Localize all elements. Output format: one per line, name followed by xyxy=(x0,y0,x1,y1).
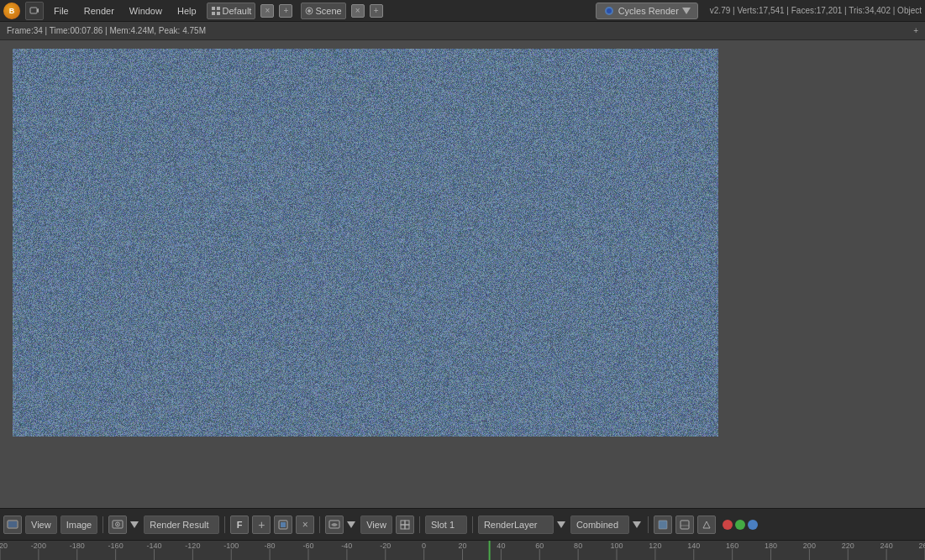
plus-icon: + xyxy=(374,6,379,15)
render-result-dropdown-icon xyxy=(130,521,139,528)
main-content xyxy=(0,40,925,508)
render-result-selector[interactable]: Render Result xyxy=(144,516,219,534)
info-bar: Frame:34 | Time:00:07.86 | Mem:4.24M, Pe… xyxy=(0,22,925,40)
layout-add-button[interactable]: + xyxy=(279,4,292,18)
svg-rect-16 xyxy=(281,522,286,527)
render-engine-selector[interactable]: Cycles Render xyxy=(596,3,698,19)
view-icon-button[interactable] xyxy=(325,516,344,534)
scene-label: Scene xyxy=(315,6,341,16)
combined-selector[interactable]: Combined xyxy=(570,516,629,534)
editor-type-icon-button[interactable] xyxy=(3,516,22,534)
menu-file[interactable]: File xyxy=(49,4,74,18)
render-canvas xyxy=(13,49,718,437)
bottom-bar: View Image Render Result F + × Vi xyxy=(0,508,925,540)
render-button[interactable] xyxy=(274,516,292,534)
timeline-bar xyxy=(0,540,925,560)
layout-close-button[interactable]: × xyxy=(260,4,274,18)
renderlayer-selector[interactable]: RenderLayer xyxy=(478,516,554,534)
svg-rect-24 xyxy=(681,521,689,529)
dropdown-icon xyxy=(682,8,691,14)
svg-rect-2 xyxy=(212,7,215,10)
zoom-fit-button[interactable] xyxy=(396,516,414,534)
close-icon: × xyxy=(302,519,308,531)
display-combined-button[interactable] xyxy=(654,516,672,534)
close-icon: × xyxy=(355,6,360,15)
top-menubar: B File Render Window Help Default × + Sc… xyxy=(0,0,925,22)
canvas-area xyxy=(0,40,740,508)
svg-rect-3 xyxy=(217,7,220,10)
display-rgb-icon xyxy=(680,520,690,530)
separator-1 xyxy=(102,516,103,533)
f-label: F xyxy=(237,520,243,530)
image-menu-button[interactable]: Image xyxy=(60,516,98,534)
display-alpha-icon xyxy=(702,520,712,530)
separator-4 xyxy=(419,516,420,533)
editor-type-button[interactable] xyxy=(25,2,44,20)
camera-icon xyxy=(29,6,39,16)
menu-help[interactable]: Help xyxy=(172,4,202,18)
display-alpha-button[interactable] xyxy=(697,516,716,534)
close-icon: × xyxy=(265,6,271,15)
svg-rect-5 xyxy=(217,12,220,15)
status-dot-red[interactable] xyxy=(723,520,733,530)
svg-rect-4 xyxy=(212,12,215,15)
svg-rect-22 xyxy=(659,521,667,529)
slot-selector[interactable]: Slot 1 xyxy=(425,516,467,534)
info-plus-icon[interactable]: + xyxy=(913,26,918,35)
view-icon xyxy=(328,520,340,530)
display-combined-icon xyxy=(658,520,668,530)
layout-selector[interactable]: Default xyxy=(207,3,256,19)
scene-add-button[interactable]: + xyxy=(370,4,383,18)
svg-point-14 xyxy=(117,523,118,525)
renderlayer-dropdown-icon xyxy=(557,521,565,528)
render-output xyxy=(13,49,718,437)
version-info: v2.79 | Verts:17,541 | Faces:17,201 | Tr… xyxy=(710,6,922,15)
timeline-ruler[interactable] xyxy=(0,541,925,561)
render-image-type-icon[interactable] xyxy=(108,516,127,534)
plus-icon: + xyxy=(284,6,289,15)
logo-text: B xyxy=(9,7,15,15)
svg-rect-0 xyxy=(30,8,37,13)
fake-user-button[interactable]: F xyxy=(230,516,249,534)
layout-label: Default xyxy=(223,6,252,16)
plus-icon: + xyxy=(258,519,265,531)
engine-icon xyxy=(603,5,615,17)
scene-close-button[interactable]: × xyxy=(351,4,365,18)
blender-logo-icon[interactable]: B xyxy=(3,3,20,19)
status-indicators xyxy=(723,520,758,530)
display-rgb-button[interactable] xyxy=(675,516,694,534)
separator-5 xyxy=(472,516,473,533)
separator-2 xyxy=(224,516,225,533)
svg-point-9 xyxy=(607,8,612,13)
right-panel xyxy=(740,40,925,508)
add-slot-button[interactable]: + xyxy=(252,516,271,534)
separator-3 xyxy=(319,516,320,533)
frame-info: Frame:34 | Time:00:07.86 | Mem:4.24M, Pe… xyxy=(7,26,206,35)
render-type-icon xyxy=(112,520,124,530)
svg-point-7 xyxy=(307,9,311,13)
render-icon xyxy=(278,520,288,530)
layout-icon xyxy=(211,6,221,16)
scene-selector[interactable]: Scene xyxy=(301,3,345,19)
svg-rect-18 xyxy=(401,521,405,525)
separator-6 xyxy=(648,516,649,533)
menu-render[interactable]: Render xyxy=(79,4,119,18)
svg-rect-21 xyxy=(405,521,409,525)
menu-window[interactable]: Window xyxy=(124,4,167,18)
combined-dropdown-icon xyxy=(633,521,641,528)
view2-button[interactable]: View xyxy=(360,516,392,534)
view-menu-button[interactable]: View xyxy=(25,516,57,534)
view2-dropdown-icon xyxy=(347,521,355,528)
zoom-icon xyxy=(400,520,410,530)
svg-rect-19 xyxy=(405,525,409,529)
svg-rect-11 xyxy=(8,521,17,527)
scene-icon xyxy=(305,7,313,15)
status-dot-green[interactable] xyxy=(735,520,745,530)
status-dot-blue[interactable] xyxy=(748,520,758,530)
close-render-button[interactable]: × xyxy=(296,516,314,534)
image-editor-icon xyxy=(7,520,18,530)
render-engine-label: Cycles Render xyxy=(618,6,679,16)
svg-rect-20 xyxy=(401,525,405,529)
